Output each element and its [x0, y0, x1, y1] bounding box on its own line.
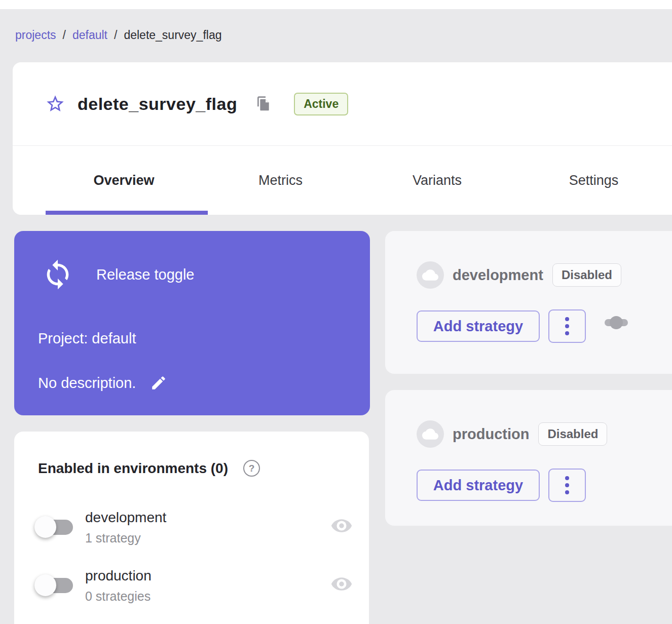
strategy-count: 0 strategies [85, 589, 152, 604]
breadcrumb-separator: / [63, 28, 66, 42]
environment-name: development [85, 510, 166, 526]
add-strategy-button[interactable]: Add strategy [417, 470, 540, 501]
active-tab-indicator [46, 211, 208, 215]
tab-variants[interactable]: Variants [359, 146, 515, 215]
page-title: delete_survey_flag [78, 94, 237, 114]
flag-header-card: delete_survey_flag Active Overview Metri… [13, 62, 672, 215]
environment-actions: Add strategy [417, 309, 586, 343]
environment-labels: production 0 strategies [85, 568, 152, 604]
more-options-button[interactable] [548, 469, 586, 502]
more-options-button[interactable] [548, 309, 586, 343]
flag-description-row: No description. [38, 374, 167, 392]
visibility-eye-icon[interactable] [330, 515, 353, 537]
breadcrumb-current: delete_survey_flag [124, 28, 221, 42]
flag-overview-card: Release toggle Project: default No descr… [14, 231, 370, 415]
breadcrumb-link-default[interactable]: default [72, 28, 107, 42]
environment-name: production [453, 426, 529, 443]
environment-row-production: production 0 strategies [34, 566, 353, 606]
environment-card-development: development Disabled Add strategy [385, 231, 672, 374]
environment-row-development: development 1 strategy [34, 508, 353, 548]
environment-name: development [453, 267, 543, 284]
environment-card-production: production Disabled Add strategy [385, 390, 672, 526]
flag-project-label: Project: default [38, 330, 136, 347]
status-badge: Active [294, 93, 348, 115]
breadcrumb-separator: / [114, 28, 117, 42]
edit-description-icon[interactable] [150, 374, 167, 392]
kebab-dot [565, 483, 569, 487]
tab-bar: Overview Metrics Variants Settings [13, 145, 672, 215]
kebab-dot [565, 317, 569, 321]
environment-enable-switch[interactable] [34, 511, 76, 547]
switch-thumb [610, 316, 623, 329]
top-white-bar [0, 0, 672, 9]
switch-thumb [34, 516, 56, 538]
switch-thumb [34, 574, 56, 596]
section-title: Enabled in environments (0) [38, 460, 228, 477]
enabled-in-environments-card: Enabled in environments (0) ? developmen… [14, 432, 369, 624]
environment-status-badge: Disabled [538, 422, 607, 446]
enabled-environments-header: Enabled in environments (0) ? [38, 460, 260, 477]
add-strategy-button[interactable]: Add strategy [417, 310, 540, 342]
strategy-count: 1 strategy [85, 531, 166, 545]
flag-header-row: delete_survey_flag Active [13, 62, 672, 145]
copy-icon[interactable] [255, 96, 272, 112]
environment-labels: development 1 strategy [85, 510, 166, 545]
kebab-dot [565, 490, 569, 494]
breadcrumb: projects / default / delete_survey_flag [15, 28, 221, 42]
visibility-eye-icon[interactable] [330, 573, 353, 595]
avatar [417, 420, 444, 448]
environment-toggle-switch[interactable] [605, 319, 628, 326]
tab-settings[interactable]: Settings [515, 146, 672, 215]
flag-type-label: Release toggle [96, 266, 194, 283]
avatar [417, 261, 444, 289]
environment-enable-switch[interactable] [34, 569, 76, 605]
breadcrumb-link-projects[interactable]: projects [15, 28, 56, 42]
kebab-dot [565, 331, 569, 335]
environment-name: production [85, 568, 152, 584]
environment-header: development Disabled [417, 261, 621, 289]
environment-status-badge: Disabled [552, 263, 621, 287]
favorite-star-icon[interactable] [45, 94, 65, 114]
flag-type-row: Release toggle [42, 258, 194, 291]
flag-description: No description. [38, 375, 136, 392]
tab-overview[interactable]: Overview [46, 146, 202, 215]
help-icon[interactable]: ? [243, 460, 260, 477]
environment-actions: Add strategy [417, 469, 586, 502]
kebab-dot [565, 324, 569, 328]
release-toggle-icon [42, 258, 74, 291]
tab-metrics[interactable]: Metrics [202, 146, 359, 215]
environment-header: production Disabled [417, 420, 607, 448]
kebab-dot [565, 476, 569, 480]
cloud-icon [422, 426, 438, 442]
cloud-icon [422, 267, 438, 283]
